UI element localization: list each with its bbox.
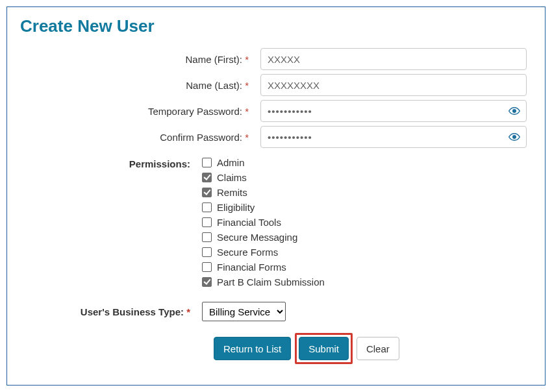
permission-item[interactable]: Eligibility <box>202 202 325 213</box>
business-type-select[interactable]: Billing Service <box>202 302 286 321</box>
create-user-panel: Create New User Name (First): * Name (La… <box>6 6 546 386</box>
required-marker: * <box>245 106 249 117</box>
permission-checkbox[interactable] <box>202 277 212 287</box>
label-first-name: Name (First): * <box>20 54 260 65</box>
permission-checkbox[interactable] <box>202 232 212 242</box>
submit-button[interactable]: Submit <box>299 337 349 360</box>
permission-label: Remits <box>217 187 247 198</box>
row-last-name: Name (Last): * <box>20 74 532 96</box>
permission-label: Admin <box>217 157 245 168</box>
permission-checkbox[interactable] <box>202 158 212 167</box>
confirm-password-input[interactable] <box>260 126 527 148</box>
label-temp-password: Temporary Password: * <box>20 106 260 117</box>
required-marker: * <box>245 54 249 65</box>
permission-checkbox[interactable] <box>202 217 212 227</box>
row-first-name: Name (First): * <box>20 48 532 70</box>
clear-button[interactable]: Clear <box>357 337 399 360</box>
label-last-name: Name (Last): * <box>20 80 260 91</box>
permission-checkbox[interactable] <box>202 202 212 212</box>
permission-item[interactable]: Remits <box>202 187 325 198</box>
permission-label: Claims <box>217 172 247 183</box>
permission-item[interactable]: Admin <box>202 157 325 168</box>
permissions-list: AdminClaimsRemitsEligibilityFinancial To… <box>202 157 325 288</box>
required-marker: * <box>186 306 190 317</box>
row-business-type: User's Business Type: * Billing Service <box>20 302 532 321</box>
permission-label: Part B Claim Submission <box>217 276 325 288</box>
svg-point-0 <box>513 110 516 113</box>
permission-checkbox[interactable] <box>202 247 212 257</box>
permission-item[interactable]: Secure Messaging <box>202 232 325 243</box>
row-confirm-password: Confirm Password: * <box>20 126 532 148</box>
permission-label: Secure Messaging <box>217 232 297 243</box>
permission-item[interactable]: Financial Forms <box>202 262 325 273</box>
svg-point-1 <box>513 136 516 139</box>
permission-item[interactable]: Part B Claim Submission <box>202 276 325 288</box>
permission-label: Financial Tools <box>217 217 281 228</box>
temp-password-input[interactable] <box>260 100 527 122</box>
label-permissions: Permissions: <box>20 157 202 169</box>
required-marker: * <box>245 132 249 143</box>
eye-icon[interactable] <box>508 131 520 143</box>
eye-icon[interactable] <box>508 105 520 117</box>
label-business-type: User's Business Type: * <box>20 306 202 317</box>
button-row: Return to List Submit Clear <box>214 333 532 364</box>
row-temp-password: Temporary Password: * <box>20 100 532 122</box>
permission-item[interactable]: Financial Tools <box>202 217 325 228</box>
first-name-input[interactable] <box>260 48 527 70</box>
permission-checkbox[interactable] <box>202 262 212 272</box>
permission-label: Secure Forms <box>217 247 278 258</box>
label-confirm-password: Confirm Password: * <box>20 132 260 143</box>
required-marker: * <box>245 80 249 91</box>
permission-item[interactable]: Secure Forms <box>202 247 325 258</box>
return-to-list-button[interactable]: Return to List <box>214 337 291 360</box>
permission-checkbox[interactable] <box>202 188 212 197</box>
permission-checkbox[interactable] <box>202 173 212 182</box>
submit-highlight: Submit <box>295 333 353 364</box>
permission-label: Financial Forms <box>217 262 286 273</box>
permission-item[interactable]: Claims <box>202 172 325 183</box>
last-name-input[interactable] <box>260 74 527 96</box>
page-title: Create New User <box>20 16 532 36</box>
permission-label: Eligibility <box>217 202 255 213</box>
